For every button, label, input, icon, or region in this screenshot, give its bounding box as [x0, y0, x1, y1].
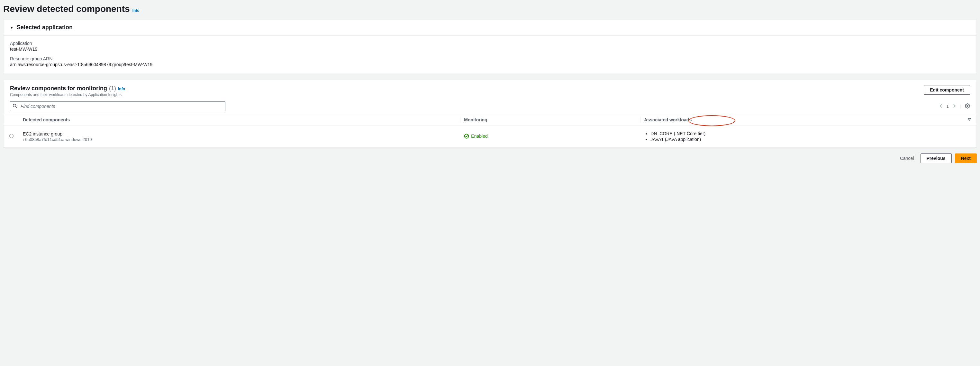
panel-header[interactable]: ▼ Selected application: [3, 20, 977, 36]
toolbar-row: 1 |: [10, 101, 970, 111]
review-info-link[interactable]: Info: [118, 87, 125, 91]
pager: 1 |: [940, 103, 970, 109]
col-workloads[interactable]: Associated workloads: [640, 114, 964, 126]
table-row[interactable]: EC2 instance group i-0a0858a7fd11cd51c: …: [3, 126, 977, 147]
application-label: Application: [10, 41, 970, 46]
col-settings[interactable]: [964, 114, 977, 126]
footer-actions: Cancel Previous Next: [0, 154, 980, 163]
cancel-button[interactable]: Cancel: [897, 154, 917, 163]
row-radio[interactable]: [10, 134, 13, 138]
col-workloads-label: Associated workloads: [644, 117, 692, 122]
workload-item: DN_CORE (.NET Core tier): [651, 131, 973, 136]
svg-line-1: [16, 106, 17, 108]
svg-marker-3: [968, 119, 970, 120]
info-link[interactable]: Info: [132, 8, 140, 13]
review-components-panel: Review components for monitoring (1) Inf…: [3, 79, 977, 148]
annotation-circle: [688, 115, 735, 126]
svg-point-2: [967, 105, 968, 106]
search-icon: [13, 104, 17, 109]
selected-application-panel: ▼ Selected application Application test-…: [3, 19, 977, 74]
selected-application-title: Selected application: [17, 24, 73, 31]
page-header: Review detected components Info: [0, 0, 980, 19]
caret-down-icon[interactable]: ▼: [10, 26, 13, 30]
components-table: Detected components Monitoring Associate…: [3, 114, 977, 147]
rg-arn-value: arn:aws:resource-groups:us-east-1:856960…: [10, 62, 970, 67]
page-title: Review detected components: [3, 4, 130, 14]
resource-group-arn-field: Resource group ARN arn:aws:resource-grou…: [10, 56, 970, 67]
edit-component-button[interactable]: Edit component: [924, 85, 970, 95]
search-input[interactable]: [10, 101, 225, 111]
monitoring-status-text: Enabled: [471, 133, 487, 139]
next-button[interactable]: Next: [955, 154, 977, 163]
monitoring-status: Enabled: [464, 133, 487, 139]
review-header: Review components for monitoring (1) Inf…: [10, 85, 970, 97]
review-title: Review components for monitoring: [10, 85, 107, 92]
col-select: [3, 114, 19, 126]
component-name: EC2 instance group: [23, 131, 456, 136]
application-value: test-MW-W19: [10, 46, 970, 52]
application-field: Application test-MW-W19: [10, 41, 970, 52]
panel-body: Application test-MW-W19 Resource group A…: [3, 36, 977, 73]
review-count: (1): [109, 85, 116, 92]
rg-arn-label: Resource group ARN: [10, 56, 970, 61]
page-number: 1: [947, 104, 949, 109]
previous-button[interactable]: Previous: [921, 154, 952, 163]
col-detected[interactable]: Detected components: [19, 114, 460, 126]
workload-item: JAVA1 (JAVA application): [651, 137, 973, 142]
workload-list: DN_CORE (.NET Core tier) JAVA1 (JAVA app…: [644, 131, 973, 142]
review-desc: Components and their workloads detected …: [10, 92, 125, 97]
gear-icon[interactable]: [965, 103, 970, 109]
component-sub: i-0a0858a7fd11cd51c: windows 2019: [23, 137, 456, 142]
check-circle-icon: [464, 133, 469, 139]
col-monitoring[interactable]: Monitoring: [460, 114, 640, 126]
pager-next-icon[interactable]: [953, 104, 956, 109]
pager-prev-icon[interactable]: [940, 104, 943, 109]
svg-point-0: [13, 104, 16, 107]
search-wrap: [10, 101, 225, 111]
